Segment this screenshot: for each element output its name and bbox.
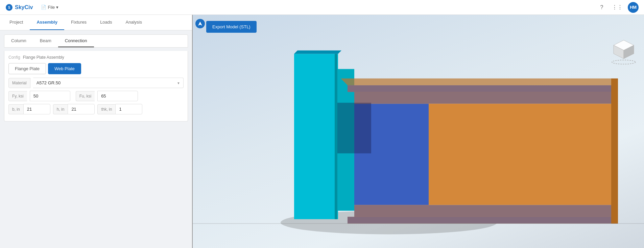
navigate-icon: [197, 21, 203, 26]
bottom-cap-blue: [348, 217, 618, 224]
fy-fu-row: Fy, ksi Fu, ksi: [8, 91, 184, 101]
file-chevron-icon: ▾: [56, 5, 58, 10]
config-section: Config Flange Plate Assembly Flange Plat…: [4, 51, 188, 121]
h-input[interactable]: [68, 104, 95, 114]
logo: S SkyCiv: [5, 4, 33, 11]
tab-fixtures[interactable]: Fixtures: [64, 15, 93, 30]
material-row: Material A36 A572 GR.50 A992 A500 GR.B: [8, 78, 184, 88]
tab-assembly[interactable]: Assembly: [30, 15, 64, 30]
model-view: [193, 32, 644, 248]
beam-bottom-flange-blue: [354, 205, 611, 218]
b-input[interactable]: [23, 104, 50, 114]
flange-plate-button[interactable]: Flange Plate: [8, 63, 46, 74]
topbar: S SkyCiv 📄 File ▾ ? ⋮⋮ HM: [0, 0, 644, 15]
material-select-wrapper: A36 A572 GR.50 A992 A500 GR.B: [33, 78, 184, 88]
beam-top-perspective: [341, 79, 618, 85]
thk-group: thk, in: [97, 104, 142, 114]
fu-label: Fu, ksi: [76, 91, 95, 101]
export-label: Export Model (STL): [212, 24, 251, 29]
apps-button[interactable]: ⋮⋮: [612, 2, 622, 12]
sub-tab-beam[interactable]: Beam: [33, 35, 58, 47]
file-label: File: [48, 5, 55, 10]
model-svg: [193, 32, 644, 248]
fy-input[interactable]: [30, 91, 70, 101]
intersection-shadow: [337, 103, 371, 154]
brand-name: SkyCiv: [15, 4, 33, 10]
dims-row: b, in h, in thk, in: [8, 104, 184, 114]
config-row: Config Flange Plate Assembly: [8, 55, 184, 60]
h-group: h, in: [53, 104, 95, 114]
column-plate: [294, 54, 338, 219]
main-layout: Project Assembly Fixtures Loads Analysis…: [0, 15, 644, 248]
sub-tab-connection[interactable]: Connection: [58, 35, 94, 47]
right-panel: Export Model (STL): [193, 15, 644, 248]
h-label: h, in: [53, 104, 68, 114]
sub-tabs: Column Beam Connection: [4, 34, 188, 48]
tab-analysis[interactable]: Analysis: [119, 15, 149, 30]
export-model-button[interactable]: Export Model (STL): [206, 21, 257, 33]
help-button[interactable]: ?: [597, 2, 607, 12]
material-label: Material: [8, 78, 30, 88]
svg-text:S: S: [8, 6, 10, 9]
material-select[interactable]: A36 A572 GR.50 A992 A500 GR.B: [33, 78, 184, 88]
top-cap-blue: [348, 85, 618, 92]
tab-loads[interactable]: Loads: [93, 15, 119, 30]
thk-input[interactable]: [115, 104, 142, 114]
file-menu[interactable]: 📄 File ▾: [41, 5, 58, 10]
avatar[interactable]: HM: [628, 2, 639, 13]
web-plate-button[interactable]: Web Plate: [48, 63, 81, 74]
column-top-face: [294, 51, 341, 54]
fu-input[interactable]: [97, 91, 138, 101]
left-panel: Project Assembly Fixtures Loads Analysis…: [0, 15, 193, 248]
svg-marker-2: [198, 22, 202, 26]
panel-content: Column Beam Connection Config Flange Pla…: [0, 30, 192, 248]
file-icon: 📄: [41, 5, 46, 10]
column-edge: [335, 54, 337, 219]
beam-right-cap: [611, 79, 618, 224]
sub-tab-column[interactable]: Column: [4, 35, 33, 47]
b-group: b, in: [8, 104, 50, 114]
plate-button-group: Flange Plate Web Plate: [8, 63, 184, 74]
tab-bar: Project Assembly Fixtures Loads Analysis: [0, 15, 192, 30]
fy-label: Fy, ksi: [8, 91, 27, 101]
config-value: Flange Plate Assembly: [23, 55, 64, 60]
b-label: b, in: [8, 104, 23, 114]
skyciv-logo-icon: S: [5, 4, 13, 11]
thk-label: thk, in: [97, 104, 115, 114]
nav-icon[interactable]: [195, 19, 205, 28]
beam-top-flange-blue: [354, 91, 611, 104]
config-label: Config: [8, 55, 20, 60]
tab-project[interactable]: Project: [3, 15, 30, 30]
